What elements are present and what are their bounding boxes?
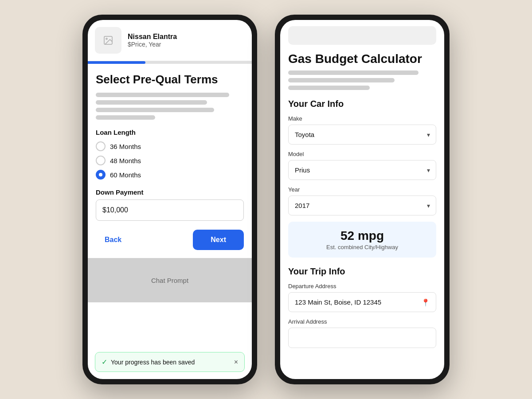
- model-select[interactable]: Prius Camry Corolla RAV4: [288, 160, 436, 180]
- phone-2-content: Gas Budget Calculator Your Car Info Make…: [280, 20, 444, 379]
- svg-point-1: [106, 38, 107, 39]
- arrival-label: Arrival Address: [288, 318, 436, 325]
- loan-option-36[interactable]: 36 Months: [96, 141, 244, 151]
- chat-prompt-label: Chat Prompt: [151, 277, 188, 284]
- desc-line-2: [96, 100, 207, 105]
- departure-label: Departure Address: [288, 283, 436, 289]
- model-label: Model: [288, 151, 436, 157]
- make-label: Make: [288, 115, 436, 122]
- gas-calculator-title: Gas Budget Calculator: [288, 52, 436, 66]
- make-select[interactable]: Toyota Honda Ford Chevrolet: [288, 125, 436, 145]
- car-card: Nissan Elantra $Price, Year: [88, 20, 252, 61]
- down-payment-label: Down Payment: [96, 188, 244, 196]
- car-info: Nissan Elantra $Price, Year: [128, 33, 177, 48]
- phone-2: Gas Budget Calculator Your Car Info Make…: [275, 15, 450, 384]
- car-price-year: $Price, Year: [128, 41, 177, 48]
- mpg-value: 52 mpg: [295, 229, 429, 243]
- desc-line-1: [96, 93, 229, 97]
- loan-option-60[interactable]: 60 Months: [96, 170, 244, 180]
- trip-info-section: Your Trip Info Departure Address 📍 Arriv…: [288, 266, 436, 348]
- chat-prompt[interactable]: Chat Prompt: [88, 258, 252, 302]
- loan-label-36: 36 Months: [110, 143, 141, 150]
- trip-info-heading: Your Trip Info: [288, 266, 436, 277]
- car-image: [95, 27, 121, 54]
- mpg-subtitle: Est. combined City/Highway: [295, 244, 429, 250]
- action-buttons: Back Next: [96, 230, 244, 250]
- gas-desc-line-3: [288, 86, 370, 90]
- gas-desc-lines: [288, 70, 436, 90]
- radio-36[interactable]: [96, 141, 106, 151]
- loan-length-options: 36 Months 48 Months 60 Months: [96, 141, 244, 180]
- car-name: Nissan Elantra: [128, 33, 177, 41]
- desc-line-4: [96, 115, 155, 120]
- toast-left: ✓ Your progress has been saved: [102, 358, 195, 366]
- description-lines: [96, 93, 244, 120]
- mpg-banner: 52 mpg Est. combined City/Highway: [288, 222, 436, 258]
- next-button[interactable]: Next: [193, 230, 244, 250]
- gas-desc-line-1: [288, 70, 419, 75]
- phone-2-body: Gas Budget Calculator Your Car Info Make…: [280, 52, 444, 348]
- check-circle-icon: ✓: [102, 358, 107, 366]
- toast-close-button[interactable]: ×: [234, 358, 238, 366]
- phone-2-frame: Gas Budget Calculator Your Car Info Make…: [275, 15, 450, 384]
- gas-desc-line-2: [288, 78, 395, 82]
- make-select-wrapper: Toyota Honda Ford Chevrolet ▾: [288, 125, 436, 145]
- top-search-bar[interactable]: [288, 26, 436, 45]
- down-payment-input[interactable]: [96, 200, 244, 221]
- phone-1-screen: Nissan Elantra $Price, Year Select Pre-Q…: [88, 20, 252, 379]
- phone-1-frame: Nissan Elantra $Price, Year Select Pre-Q…: [82, 15, 257, 384]
- toast-notification: ✓ Your progress has been saved ×: [95, 352, 245, 372]
- location-pin-icon: 📍: [421, 298, 430, 306]
- toast-message: Your progress has been saved: [111, 359, 195, 366]
- loan-option-48[interactable]: 48 Months: [96, 156, 244, 165]
- departure-address-input[interactable]: [288, 292, 436, 312]
- arrival-address-input[interactable]: [288, 328, 436, 348]
- loan-label-60: 60 Months: [110, 171, 141, 179]
- phone-2-screen: Gas Budget Calculator Your Car Info Make…: [280, 20, 444, 379]
- radio-60[interactable]: [96, 170, 106, 180]
- top-bar: [280, 20, 444, 45]
- car-info-heading: Your Car Info: [288, 99, 436, 109]
- year-label: Year: [288, 186, 436, 193]
- back-button[interactable]: Back: [96, 230, 130, 250]
- phone-1-content: Nissan Elantra $Price, Year Select Pre-Q…: [88, 20, 252, 379]
- radio-48[interactable]: [96, 156, 106, 165]
- loan-label-48: 48 Months: [110, 157, 141, 164]
- desc-line-3: [96, 108, 214, 112]
- phone-1-body: Select Pre-Qual Terms Loan Length 36 Mo: [88, 64, 252, 250]
- model-select-wrapper: Prius Camry Corolla RAV4 ▾: [288, 160, 436, 180]
- year-select[interactable]: 2017 2018 2019 2020 2021 2022: [288, 196, 436, 215]
- loan-length-label: Loan Length: [96, 129, 244, 136]
- phone-1: Nissan Elantra $Price, Year Select Pre-Q…: [82, 15, 257, 384]
- departure-address-wrapper: 📍: [288, 292, 436, 312]
- year-select-wrapper: 2017 2018 2019 2020 2021 2022 ▾: [288, 196, 436, 215]
- page-title: Select Pre-Qual Terms: [96, 73, 244, 86]
